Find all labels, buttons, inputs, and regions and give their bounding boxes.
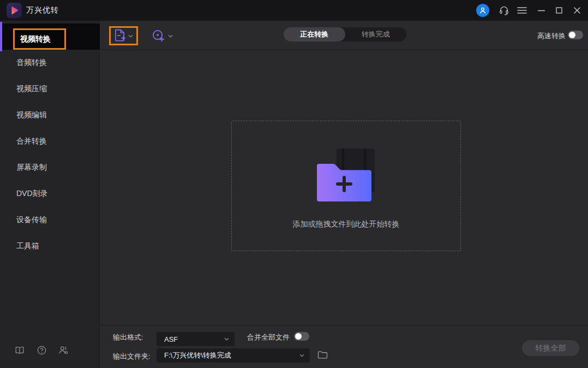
play-logo-icon xyxy=(7,3,22,18)
add-folder-illustration xyxy=(317,149,376,205)
fast-convert-label: 高速转换 xyxy=(537,31,566,41)
sidebar-item-label: 屏幕录制 xyxy=(16,163,47,173)
sidebar-item-label: 视频压缩 xyxy=(16,84,47,94)
active-item-highlight-box: 视频转换 xyxy=(13,28,66,50)
sidebar-item-dvd-burn[interactable]: DVD刻录 xyxy=(0,181,99,206)
chevron-down-icon xyxy=(128,34,133,38)
output-format-value: ASF xyxy=(164,335,224,343)
folder-browse-button[interactable] xyxy=(316,349,328,360)
folder-browse-icon xyxy=(317,351,328,359)
add-disc-icon xyxy=(152,29,165,42)
convert-all-button[interactable]: 转换全部 xyxy=(522,340,579,356)
sidebar-item-label: DVD刻录 xyxy=(16,189,48,199)
merge-files-label: 合并全部文件 xyxy=(247,333,290,342)
maximize-icon[interactable] xyxy=(552,3,566,17)
add-file-button[interactable] xyxy=(109,26,138,45)
sidebar-item-label: 工具箱 xyxy=(16,241,39,251)
add-disc-button[interactable] xyxy=(152,29,175,43)
sidebar-item-merge-convert[interactable]: 合并转换 xyxy=(0,129,99,154)
output-panel: 输出格式: ASF 合并全部文件 输出文件夹: F:\万兴优转\转换完成 转换全… xyxy=(100,325,588,368)
tab-converting[interactable]: 正在转换 xyxy=(284,27,345,41)
hamburger-menu-icon[interactable] xyxy=(516,4,528,16)
app-logo xyxy=(7,3,22,18)
book-icon[interactable] xyxy=(14,345,25,355)
file-dropzone[interactable]: 添加或拖拽文件到此处开始转换 xyxy=(231,121,461,251)
chevron-down-icon xyxy=(299,354,304,357)
sidebar-footer xyxy=(0,343,99,365)
sidebar-item-label: 视频编辑 xyxy=(16,110,47,120)
sidebar-item-label: 合并转换 xyxy=(16,136,47,146)
app-title: 万兴优转 xyxy=(26,5,59,15)
dropzone-hint: 添加或拖拽文件到此处开始转换 xyxy=(232,219,460,229)
main-content: 添加或拖拽文件到此处开始转换 xyxy=(100,50,588,325)
app-window: 万兴优转 xyxy=(0,0,588,368)
merge-files-toggle[interactable] xyxy=(294,332,309,341)
sidebar-item-device-transfer[interactable]: 设备传输 xyxy=(0,207,99,233)
output-folder-value: F:\万兴优转\转换完成 xyxy=(164,351,299,360)
titlebar: 万兴优转 xyxy=(0,0,588,21)
add-file-icon xyxy=(115,29,126,43)
fast-convert-toggle[interactable] xyxy=(568,31,583,39)
help-icon[interactable] xyxy=(36,345,47,355)
convert-status-tabs: 正在转换 转换完成 xyxy=(284,27,406,41)
close-icon[interactable] xyxy=(570,3,584,17)
output-folder-select[interactable]: F:\万兴优转\转换完成 xyxy=(157,348,310,363)
chevron-down-icon xyxy=(168,34,173,38)
sidebar-item-video-compress[interactable]: 视频压缩 xyxy=(0,76,99,102)
sidebar-item-screen-record[interactable]: 屏幕录制 xyxy=(0,155,99,180)
sidebar-item-audio-convert[interactable]: 音频转换 xyxy=(0,50,99,75)
sidebar-item-video-convert[interactable]: 视频转换 xyxy=(2,23,100,50)
toolbar: 正在转换 转换完成 高速转换 xyxy=(100,21,588,50)
contact-icon[interactable] xyxy=(58,345,69,355)
output-format-select[interactable]: ASF xyxy=(157,332,235,346)
sidebar-item-video-edit[interactable]: 视频编辑 xyxy=(0,103,99,128)
sidebar-item-toolbox[interactable]: 工具箱 xyxy=(0,234,99,259)
tab-finished[interactable]: 转换完成 xyxy=(345,27,407,41)
sidebar-item-label: 视频转换 xyxy=(20,34,51,44)
sidebar-item-label: 设备传输 xyxy=(16,215,47,225)
output-folder-label: 输出文件夹: xyxy=(113,352,151,361)
output-format-label: 输出格式: xyxy=(113,333,143,342)
headset-icon[interactable] xyxy=(498,4,510,16)
user-avatar-icon[interactable] xyxy=(476,4,489,17)
sidebar-item-label: 音频转换 xyxy=(16,58,47,68)
minimize-icon[interactable] xyxy=(534,3,548,17)
chevron-down-icon xyxy=(224,337,229,341)
sidebar: 视频转换 音频转换 视频压缩 视频编辑 合并转换 屏幕录制 DVD刻录 设备传输… xyxy=(0,21,100,368)
